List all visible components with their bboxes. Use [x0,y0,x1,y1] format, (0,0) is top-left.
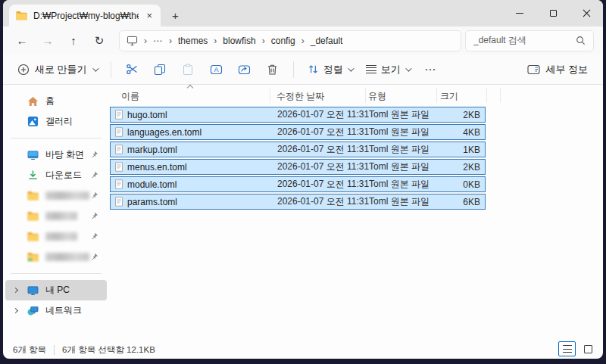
breadcrumb-item-themes[interactable]: themes [178,36,208,46]
toml-file-icon [114,109,124,120]
file-date: 2026-01-07 오전 11:31 [277,108,369,121]
file-size: 1KB [435,145,480,155]
file-size: 2KB [435,162,480,173]
column-header-type[interactable]: 유형 [368,90,386,103]
cut-button[interactable] [118,58,146,81]
tab-close-icon[interactable]: × [145,11,154,20]
breadcrumb-separator: › [138,36,153,46]
rename-button[interactable]: A [202,58,230,81]
gallery-icon [27,116,39,127]
column-divider[interactable] [500,89,501,103]
file-row-menus[interactable]: menus.en.toml 2026-01-07 오전 11:31 Toml 원… [110,159,486,175]
file-name: markup.toml [127,145,177,155]
sidebar-item-folder-redacted[interactable] [5,247,107,267]
sidebar-divider [11,273,102,274]
sidebar-item-folder-redacted[interactable] [5,185,107,206]
file-row-markup[interactable]: markup.toml 2026-01-07 오전 11:31 Toml 원본 … [110,142,486,157]
sidebar-item-desktop[interactable]: 바탕 화면 [5,145,107,165]
search-input[interactable]: _default 검색 [465,30,594,51]
file-row-module[interactable]: module.toml 2026-01-07 오전 11:31 Toml 원본 … [110,176,486,192]
breadcrumb-item-config[interactable]: config [271,36,295,46]
back-button[interactable]: ← [9,30,35,51]
maximize-button[interactable] [536,0,570,26]
sidebar-item-this-pc[interactable]: 내 PC [5,280,107,300]
file-name: languages.en.toml [127,127,201,138]
sort-button[interactable]: 정렬 [301,63,359,76]
command-bar: 새로 만들기 A [3,54,603,85]
chevron-right-icon[interactable] [13,288,18,293]
file-list-pane: 이름 수정한 날짜 유형 크기 hugo.toml 2026-01-07 오전 … [109,85,603,341]
sidebar-item-label: 다운로드 [45,169,82,182]
new-tab-button[interactable]: + [172,10,179,21]
paste-button[interactable] [174,58,202,81]
more-options-button[interactable]: ⋯ [417,58,445,81]
sidebar-item-downloads[interactable]: 다운로드 [5,165,107,185]
breadcrumb-overflow[interactable]: ⋯ [153,36,163,46]
share-icon [238,64,251,76]
home-icon [27,96,39,107]
file-type: Toml 원본 파일 [369,108,430,121]
details-pane-label: 세부 정보 [545,63,588,76]
file-row-languages[interactable]: languages.en.toml 2026-01-07 오전 11:31 To… [110,124,486,140]
this-pc-icon [127,36,138,46]
pin-icon [90,171,98,179]
toml-file-icon [114,126,124,138]
file-size: 6KB [435,197,480,207]
delete-button[interactable] [258,58,286,81]
file-size: 0KB [435,179,480,190]
breadcrumb-item-default[interactable]: _default [311,36,343,46]
view-button[interactable]: 보기 [359,63,417,76]
minimize-button[interactable] [503,0,536,26]
refresh-button[interactable]: ↻ [86,30,112,51]
redacted-label [45,212,77,220]
redacted-label [45,232,77,241]
sidebar-item-network[interactable]: 네트워크 [5,300,107,321]
large-icons-view-button[interactable] [579,341,597,356]
column-headers: 이름 수정한 날짜 유형 크기 [109,86,603,105]
file-name: hugo.toml [127,110,167,120]
file-type: Toml 원본 파일 [369,143,430,156]
rename-icon: A [210,64,223,76]
folder-icon [27,191,39,201]
list-view-icon [563,345,572,353]
sidebar-item-gallery[interactable]: 갤러리 [5,111,107,132]
sidebar-item-label: 내 PC [45,284,70,297]
folder-icon [27,211,39,221]
details-pane-toggle[interactable]: 세부 정보 [520,63,595,76]
chevron-right-icon[interactable] [13,308,18,313]
sidebar-item-folder-redacted[interactable] [5,206,107,226]
column-divider[interactable] [365,89,366,103]
navigation-pane: 홈 갤러리 바탕 화면 [3,85,109,341]
breadcrumb-item-blowfish[interactable]: blowfish [223,36,255,46]
file-row-hugo[interactable]: hugo.toml 2026-01-07 오전 11:31 Toml 원본 파일… [110,107,486,123]
plus-circle-icon [17,64,30,76]
toolbar-divider [293,61,294,78]
forward-button[interactable]: → [35,30,61,51]
column-header-size[interactable]: 크기 [440,90,458,103]
file-date: 2026-01-07 오전 11:31 [277,126,369,138]
sidebar-item-folder-redacted[interactable] [5,226,107,247]
share-button[interactable] [230,58,258,81]
file-row-params[interactable]: params.toml 2026-01-07 오전 11:31 Toml 원본 … [110,194,486,210]
sidebar-item-home[interactable]: 홈 [5,91,107,111]
breadcrumb[interactable]: › ⋯ › themes › blowfish › config › _defa… [119,30,461,51]
column-header-name[interactable]: 이름 [121,90,139,103]
details-view-button[interactable] [558,341,576,356]
column-header-date[interactable]: 수정한 날짜 [276,90,324,103]
up-button[interactable]: ↑ [61,30,86,51]
column-divider[interactable] [270,89,270,103]
sidebar-item-label: 바탕 화면 [45,148,84,161]
file-date: 2026-01-07 오전 11:31 [277,160,369,173]
column-divider[interactable] [436,89,437,103]
address-bar: ← → ↑ ↻ › ⋯ › themes › blowfish › config… [3,26,603,54]
search-placeholder: _default 검색 [473,34,576,47]
copy-button[interactable] [146,58,174,81]
network-icon [27,306,39,316]
ellipsis-icon: ⋯ [424,63,436,76]
new-button[interactable]: 새로 만들기 [11,63,104,76]
file-date: 2026-01-07 오전 11:31 [277,143,369,156]
close-button[interactable] [570,0,603,26]
column-divider[interactable] [486,89,487,103]
breadcrumb-separator: › [163,36,178,46]
explorer-tab[interactable]: D:₩Project₩my-blog₩themes × [9,5,161,26]
